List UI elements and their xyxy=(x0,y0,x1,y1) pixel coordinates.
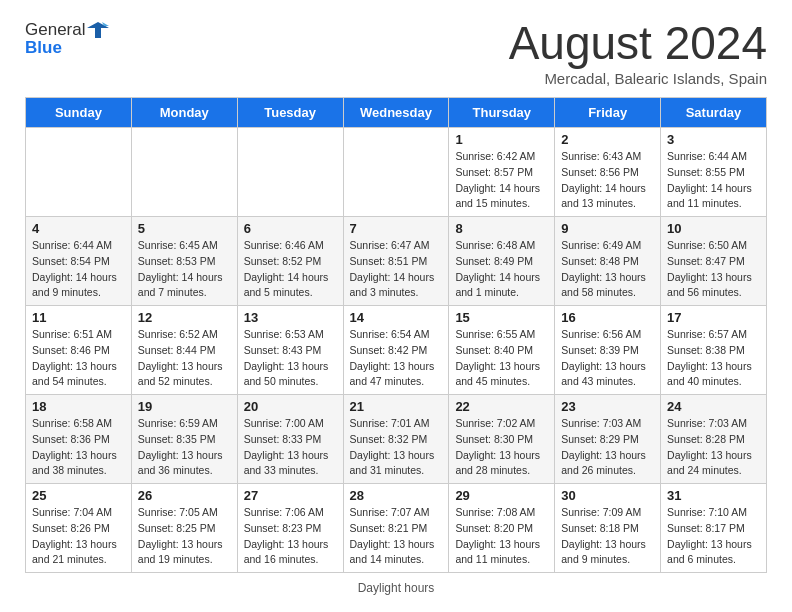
calendar-cell: 25Sunrise: 7:04 AM Sunset: 8:26 PM Dayli… xyxy=(26,484,132,573)
calendar-cell: 22Sunrise: 7:02 AM Sunset: 8:30 PM Dayli… xyxy=(449,395,555,484)
title-block: August 2024 Mercadal, Balearic Islands, … xyxy=(509,20,767,87)
day-number: 16 xyxy=(561,310,654,325)
day-number: 25 xyxy=(32,488,125,503)
day-of-week-header: Thursday xyxy=(449,98,555,128)
day-info: Sunrise: 6:49 AM Sunset: 8:48 PM Dayligh… xyxy=(561,238,654,301)
day-info: Sunrise: 6:56 AM Sunset: 8:39 PM Dayligh… xyxy=(561,327,654,390)
footer: Daylight hours xyxy=(25,581,767,595)
day-number: 5 xyxy=(138,221,231,236)
calendar-week-row: 4Sunrise: 6:44 AM Sunset: 8:54 PM Daylig… xyxy=(26,217,767,306)
day-number: 2 xyxy=(561,132,654,147)
day-of-week-header: Sunday xyxy=(26,98,132,128)
day-info: Sunrise: 7:03 AM Sunset: 8:29 PM Dayligh… xyxy=(561,416,654,479)
calendar-week-row: 1Sunrise: 6:42 AM Sunset: 8:57 PM Daylig… xyxy=(26,128,767,217)
day-info: Sunrise: 6:52 AM Sunset: 8:44 PM Dayligh… xyxy=(138,327,231,390)
calendar-table: SundayMondayTuesdayWednesdayThursdayFrid… xyxy=(25,97,767,573)
logo-text-blue: Blue xyxy=(25,38,62,58)
calendar-cell: 4Sunrise: 6:44 AM Sunset: 8:54 PM Daylig… xyxy=(26,217,132,306)
day-number: 3 xyxy=(667,132,760,147)
day-number: 29 xyxy=(455,488,548,503)
day-number: 7 xyxy=(350,221,443,236)
day-info: Sunrise: 6:47 AM Sunset: 8:51 PM Dayligh… xyxy=(350,238,443,301)
calendar-cell: 18Sunrise: 6:58 AM Sunset: 8:36 PM Dayli… xyxy=(26,395,132,484)
header: General Blue August 2024 Mercadal, Balea… xyxy=(25,20,767,87)
day-info: Sunrise: 7:06 AM Sunset: 8:23 PM Dayligh… xyxy=(244,505,337,568)
day-info: Sunrise: 6:43 AM Sunset: 8:56 PM Dayligh… xyxy=(561,149,654,212)
calendar-cell: 3Sunrise: 6:44 AM Sunset: 8:55 PM Daylig… xyxy=(661,128,767,217)
day-info: Sunrise: 6:44 AM Sunset: 8:55 PM Dayligh… xyxy=(667,149,760,212)
calendar-cell: 7Sunrise: 6:47 AM Sunset: 8:51 PM Daylig… xyxy=(343,217,449,306)
day-info: Sunrise: 6:42 AM Sunset: 8:57 PM Dayligh… xyxy=(455,149,548,212)
day-number: 23 xyxy=(561,399,654,414)
day-number: 13 xyxy=(244,310,337,325)
day-info: Sunrise: 6:58 AM Sunset: 8:36 PM Dayligh… xyxy=(32,416,125,479)
day-number: 30 xyxy=(561,488,654,503)
calendar-cell: 20Sunrise: 7:00 AM Sunset: 8:33 PM Dayli… xyxy=(237,395,343,484)
calendar-cell: 11Sunrise: 6:51 AM Sunset: 8:46 PM Dayli… xyxy=(26,306,132,395)
day-number: 6 xyxy=(244,221,337,236)
day-info: Sunrise: 6:48 AM Sunset: 8:49 PM Dayligh… xyxy=(455,238,548,301)
calendar-week-row: 11Sunrise: 6:51 AM Sunset: 8:46 PM Dayli… xyxy=(26,306,767,395)
day-number: 20 xyxy=(244,399,337,414)
day-number: 19 xyxy=(138,399,231,414)
day-info: Sunrise: 7:09 AM Sunset: 8:18 PM Dayligh… xyxy=(561,505,654,568)
calendar-cell: 17Sunrise: 6:57 AM Sunset: 8:38 PM Dayli… xyxy=(661,306,767,395)
day-of-week-header: Wednesday xyxy=(343,98,449,128)
day-info: Sunrise: 7:01 AM Sunset: 8:32 PM Dayligh… xyxy=(350,416,443,479)
day-number: 1 xyxy=(455,132,548,147)
day-number: 12 xyxy=(138,310,231,325)
calendar-cell xyxy=(343,128,449,217)
day-number: 8 xyxy=(455,221,548,236)
day-info: Sunrise: 6:57 AM Sunset: 8:38 PM Dayligh… xyxy=(667,327,760,390)
calendar-cell xyxy=(26,128,132,217)
calendar-cell: 29Sunrise: 7:08 AM Sunset: 8:20 PM Dayli… xyxy=(449,484,555,573)
calendar-cell: 8Sunrise: 6:48 AM Sunset: 8:49 PM Daylig… xyxy=(449,217,555,306)
calendar-cell: 1Sunrise: 6:42 AM Sunset: 8:57 PM Daylig… xyxy=(449,128,555,217)
calendar-cell: 21Sunrise: 7:01 AM Sunset: 8:32 PM Dayli… xyxy=(343,395,449,484)
calendar-cell: 26Sunrise: 7:05 AM Sunset: 8:25 PM Dayli… xyxy=(131,484,237,573)
day-info: Sunrise: 7:08 AM Sunset: 8:20 PM Dayligh… xyxy=(455,505,548,568)
calendar-body: 1Sunrise: 6:42 AM Sunset: 8:57 PM Daylig… xyxy=(26,128,767,573)
calendar-week-row: 25Sunrise: 7:04 AM Sunset: 8:26 PM Dayli… xyxy=(26,484,767,573)
day-number: 18 xyxy=(32,399,125,414)
calendar-cell xyxy=(131,128,237,217)
calendar-header: SundayMondayTuesdayWednesdayThursdayFrid… xyxy=(26,98,767,128)
calendar-cell: 14Sunrise: 6:54 AM Sunset: 8:42 PM Dayli… xyxy=(343,306,449,395)
calendar-cell: 13Sunrise: 6:53 AM Sunset: 8:43 PM Dayli… xyxy=(237,306,343,395)
day-of-week-header: Saturday xyxy=(661,98,767,128)
daylight-label: Daylight hours xyxy=(358,581,435,595)
day-info: Sunrise: 6:46 AM Sunset: 8:52 PM Dayligh… xyxy=(244,238,337,301)
day-of-week-header: Friday xyxy=(555,98,661,128)
day-number: 14 xyxy=(350,310,443,325)
day-number: 17 xyxy=(667,310,760,325)
day-number: 15 xyxy=(455,310,548,325)
logo-container: General Blue xyxy=(25,20,109,58)
calendar-cell: 12Sunrise: 6:52 AM Sunset: 8:44 PM Dayli… xyxy=(131,306,237,395)
day-info: Sunrise: 6:44 AM Sunset: 8:54 PM Dayligh… xyxy=(32,238,125,301)
day-info: Sunrise: 7:02 AM Sunset: 8:30 PM Dayligh… xyxy=(455,416,548,479)
calendar-cell: 27Sunrise: 7:06 AM Sunset: 8:23 PM Dayli… xyxy=(237,484,343,573)
day-info: Sunrise: 7:00 AM Sunset: 8:33 PM Dayligh… xyxy=(244,416,337,479)
calendar-cell: 15Sunrise: 6:55 AM Sunset: 8:40 PM Dayli… xyxy=(449,306,555,395)
logo-bird-icon xyxy=(87,21,109,39)
calendar-cell xyxy=(237,128,343,217)
calendar-cell: 19Sunrise: 6:59 AM Sunset: 8:35 PM Dayli… xyxy=(131,395,237,484)
calendar-cell: 10Sunrise: 6:50 AM Sunset: 8:47 PM Dayli… xyxy=(661,217,767,306)
calendar-cell: 31Sunrise: 7:10 AM Sunset: 8:17 PM Dayli… xyxy=(661,484,767,573)
page: General Blue August 2024 Mercadal, Balea… xyxy=(0,0,792,612)
calendar-cell: 23Sunrise: 7:03 AM Sunset: 8:29 PM Dayli… xyxy=(555,395,661,484)
calendar-cell: 24Sunrise: 7:03 AM Sunset: 8:28 PM Dayli… xyxy=(661,395,767,484)
day-number: 28 xyxy=(350,488,443,503)
day-of-week-header: Monday xyxy=(131,98,237,128)
calendar-cell: 9Sunrise: 6:49 AM Sunset: 8:48 PM Daylig… xyxy=(555,217,661,306)
day-number: 24 xyxy=(667,399,760,414)
day-info: Sunrise: 6:53 AM Sunset: 8:43 PM Dayligh… xyxy=(244,327,337,390)
day-number: 27 xyxy=(244,488,337,503)
day-number: 26 xyxy=(138,488,231,503)
day-info: Sunrise: 6:51 AM Sunset: 8:46 PM Dayligh… xyxy=(32,327,125,390)
day-info: Sunrise: 7:04 AM Sunset: 8:26 PM Dayligh… xyxy=(32,505,125,568)
day-info: Sunrise: 6:50 AM Sunset: 8:47 PM Dayligh… xyxy=(667,238,760,301)
day-number: 9 xyxy=(561,221,654,236)
day-number: 21 xyxy=(350,399,443,414)
day-number: 11 xyxy=(32,310,125,325)
